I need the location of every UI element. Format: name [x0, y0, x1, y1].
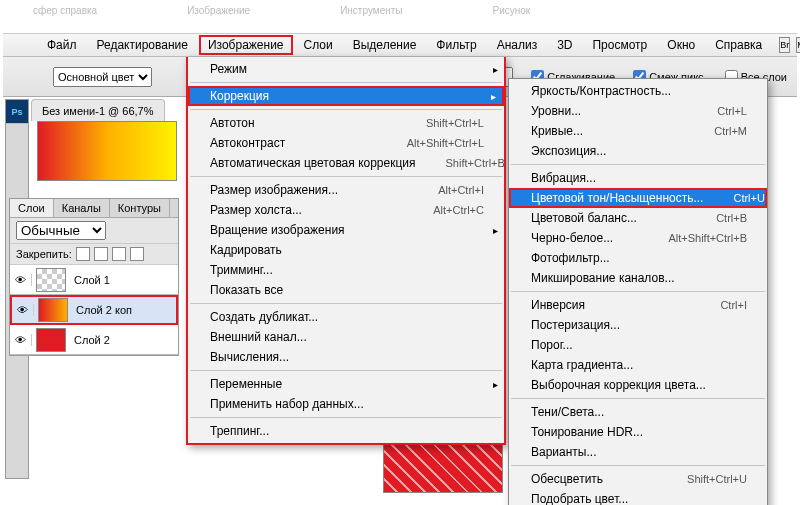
menu-item[interactable]: Применить набор данных...: [188, 394, 504, 414]
menu-item[interactable]: Вибрация...: [509, 168, 767, 188]
menu-item-shortcut: Ctrl+L: [717, 105, 747, 117]
menu-item-shortcut: Ctrl+M: [714, 125, 747, 137]
menu-item[interactable]: Размер изображения...Alt+Ctrl+I: [188, 180, 504, 200]
layer-row[interactable]: 👁Слой 2 коп: [10, 295, 178, 325]
image-menu-dropdown: РежимКоррекцияАвтотонShift+Ctrl+LАвтокон…: [186, 57, 506, 445]
menu-item[interactable]: Автоматическая цветовая коррекцияShift+C…: [188, 153, 504, 173]
menu-item-label: Тримминг...: [210, 263, 273, 277]
tab-channels[interactable]: Каналы: [54, 199, 110, 217]
menu-item-label: Применить набор данных...: [210, 397, 364, 411]
visibility-icon[interactable]: 👁: [12, 304, 34, 316]
menu-item[interactable]: Кадрировать: [188, 240, 504, 260]
menu-справка[interactable]: Справка: [706, 35, 771, 55]
menu-item-label: Вращение изображения: [210, 223, 345, 237]
ghost-tabs: сфер справка Изображение Инструменты Рис…: [3, 5, 797, 23]
lock-position-icon[interactable]: [112, 247, 126, 261]
fill-mode-select[interactable]: Основной цвет: [53, 67, 152, 87]
menu-item-label: Показать все: [210, 283, 283, 297]
menu-item-label: Треппинг...: [210, 424, 269, 438]
document-tab[interactable]: Без имени-1 @ 66,7%: [31, 99, 165, 121]
menu-окно[interactable]: Окно: [658, 35, 704, 55]
layer-thumb: [36, 268, 66, 292]
menu-3d[interactable]: 3D: [548, 35, 581, 55]
menu-item[interactable]: Коррекция: [188, 86, 504, 106]
menu-item-label: Черно-белое...: [531, 231, 613, 245]
menu-item[interactable]: Вычисления...: [188, 347, 504, 367]
menu-item[interactable]: Вращение изображения: [188, 220, 504, 240]
menu-item[interactable]: Яркость/Контрастность...: [509, 81, 767, 101]
menu-item[interactable]: Цветовой баланс...Ctrl+B: [509, 208, 767, 228]
menu-item[interactable]: Внешний канал...: [188, 327, 504, 347]
menu-item[interactable]: Уровни...Ctrl+L: [509, 101, 767, 121]
menu-анализ[interactable]: Анализ: [488, 35, 547, 55]
menu-item[interactable]: АвтотонShift+Ctrl+L: [188, 113, 504, 133]
layer-thumb: [36, 328, 66, 352]
menu-item[interactable]: Карта градиента...: [509, 355, 767, 375]
menu-item-label: Переменные: [210, 377, 282, 391]
menu-item-label: Уровни...: [531, 104, 581, 118]
menu-item-label: Кадрировать: [210, 243, 282, 257]
app-icon: Ps: [6, 100, 28, 124]
menu-item[interactable]: АвтоконтрастAlt+Shift+Ctrl+L: [188, 133, 504, 153]
menu-item[interactable]: ОбесцветитьShift+Ctrl+U: [509, 469, 767, 489]
menu-item[interactable]: Экспозиция...: [509, 141, 767, 161]
lock-pixels-icon[interactable]: [94, 247, 108, 261]
menu-item-label: Инверсия: [531, 298, 585, 312]
menu-item-label: Тени/Света...: [531, 405, 604, 419]
menu-item[interactable]: Создать дубликат...: [188, 307, 504, 327]
menu-item[interactable]: Черно-белое...Alt+Shift+Ctrl+B: [509, 228, 767, 248]
menu-файл[interactable]: Файл: [38, 35, 86, 55]
menu-изображение[interactable]: Изображение: [199, 35, 293, 55]
menu-item[interactable]: Цветовой тон/Насыщенность...Ctrl+U: [509, 188, 767, 208]
layer-thumb: [38, 298, 68, 322]
menu-item[interactable]: Треппинг...: [188, 421, 504, 441]
workspace-badge[interactable]: Br: [779, 37, 790, 53]
menu-редактирование[interactable]: Редактирование: [88, 35, 197, 55]
visibility-icon[interactable]: 👁: [10, 334, 32, 346]
menu-выделение[interactable]: Выделение: [344, 35, 426, 55]
menu-item-label: Подобрать цвет...: [531, 492, 628, 505]
menu-item[interactable]: Выборочная коррекция цвета...: [509, 375, 767, 395]
layer-name[interactable]: Слой 1: [70, 274, 178, 286]
menu-item-shortcut: Ctrl+B: [716, 212, 747, 224]
workspace-badge[interactable]: Mb: [796, 37, 800, 53]
menu-item-label: Автотон: [210, 116, 255, 130]
menu-item-label: Тонирование HDR...: [531, 425, 643, 439]
menu-item[interactable]: Постеризация...: [509, 315, 767, 335]
menu-item[interactable]: Тримминг...: [188, 260, 504, 280]
menu-item[interactable]: ИнверсияCtrl+I: [509, 295, 767, 315]
tab-paths[interactable]: Контуры: [110, 199, 170, 217]
menu-item[interactable]: Тени/Света...: [509, 402, 767, 422]
layer-name[interactable]: Слой 2 коп: [72, 304, 176, 316]
lock-all-icon[interactable]: [130, 247, 144, 261]
menu-item-label: Вибрация...: [531, 171, 596, 185]
menu-item[interactable]: Фотофильтр...: [509, 248, 767, 268]
menu-просмотр[interactable]: Просмотр: [583, 35, 656, 55]
menu-item-label: Выборочная коррекция цвета...: [531, 378, 706, 392]
visibility-icon[interactable]: 👁: [10, 274, 32, 286]
menu-item[interactable]: Переменные: [188, 374, 504, 394]
lock-transparency-icon[interactable]: [76, 247, 90, 261]
menu-item[interactable]: Режим: [188, 59, 504, 79]
menu-item-label: Создать дубликат...: [210, 310, 318, 324]
blend-mode-select[interactable]: Обычные: [16, 221, 106, 240]
layer-row[interactable]: 👁Слой 1: [10, 265, 178, 295]
menu-item[interactable]: Подобрать цвет...: [509, 489, 767, 505]
menu-item[interactable]: Варианты...: [509, 442, 767, 462]
layer-name[interactable]: Слой 2: [70, 334, 178, 346]
menu-фильтр[interactable]: Фильтр: [427, 35, 485, 55]
menu-item-label: Фотофильтр...: [531, 251, 610, 265]
menu-item[interactable]: Показать все: [188, 280, 504, 300]
menu-item[interactable]: Тонирование HDR...: [509, 422, 767, 442]
layer-row[interactable]: 👁Слой 2: [10, 325, 178, 355]
menu-слои[interactable]: Слои: [295, 35, 342, 55]
tab-layers[interactable]: Слои: [10, 199, 54, 217]
menu-item[interactable]: Кривые...Ctrl+M: [509, 121, 767, 141]
menu-item-label: Вычисления...: [210, 350, 289, 364]
menu-item-label: Автоматическая цветовая коррекция: [210, 156, 416, 170]
menu-item[interactable]: Микширование каналов...: [509, 268, 767, 288]
menu-item-label: Цветовой баланс...: [531, 211, 637, 225]
menu-item-shortcut: Alt+Shift+Ctrl+B: [668, 232, 747, 244]
menu-item[interactable]: Размер холста...Alt+Ctrl+C: [188, 200, 504, 220]
menu-item[interactable]: Порог...: [509, 335, 767, 355]
